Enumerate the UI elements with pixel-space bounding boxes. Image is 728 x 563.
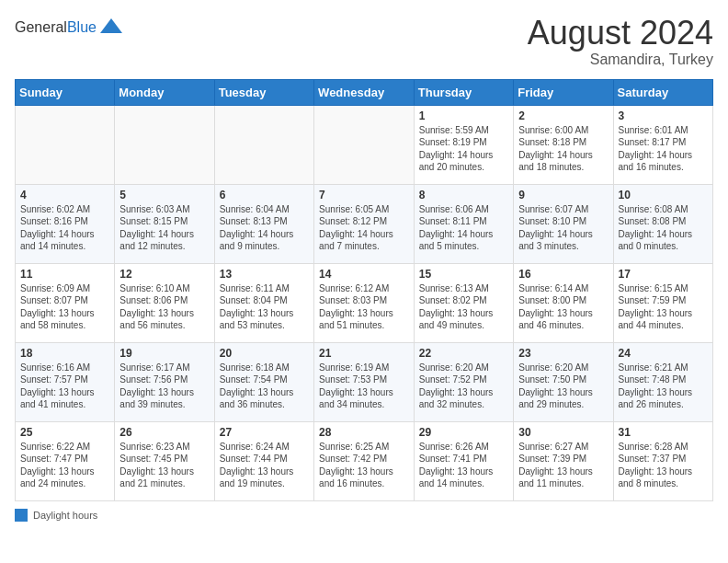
day-number: 23 [518, 347, 608, 360]
calendar-cell: 26Sunrise: 6:23 AM Sunset: 7:45 PM Dayli… [115, 421, 214, 500]
day-number: 27 [220, 426, 309, 439]
page-header: GeneralBlue August 2024 Samandira, Turke… [15, 15, 713, 68]
calendar-cell: 9Sunrise: 6:07 AM Sunset: 8:10 PM Daylig… [514, 184, 613, 263]
calendar-cell: 29Sunrise: 6:26 AM Sunset: 7:41 PM Dayli… [414, 421, 513, 500]
day-number: 29 [419, 426, 508, 439]
day-number: 22 [419, 347, 508, 360]
calendar-cell: 4Sunrise: 6:02 AM Sunset: 8:16 PM Daylig… [16, 184, 115, 263]
day-content: Sunrise: 6:13 AM Sunset: 8:02 PM Dayligh… [419, 282, 508, 332]
calendar-cell [314, 105, 415, 184]
day-number: 7 [319, 189, 409, 201]
calendar-week-row: 1Sunrise: 5:59 AM Sunset: 8:19 PM Daylig… [16, 105, 713, 184]
day-content: Sunrise: 6:10 AM Sunset: 8:06 PM Dayligh… [119, 282, 209, 332]
day-content: Sunrise: 6:25 AM Sunset: 7:42 PM Dayligh… [319, 441, 409, 490]
day-number: 1 [419, 109, 508, 122]
day-content: Sunrise: 6:27 AM Sunset: 7:39 PM Dayligh… [518, 441, 608, 490]
day-content: Sunrise: 6:12 AM Sunset: 8:03 PM Dayligh… [319, 282, 409, 332]
calendar-cell: 7Sunrise: 6:05 AM Sunset: 8:12 PM Daylig… [314, 184, 415, 263]
calendar-cell [214, 105, 313, 184]
day-number: 5 [119, 189, 209, 201]
day-number: 21 [319, 347, 409, 360]
calendar-cell: 3Sunrise: 6:01 AM Sunset: 8:17 PM Daylig… [613, 105, 713, 184]
day-content: Sunrise: 6:16 AM Sunset: 7:57 PM Dayligh… [20, 362, 109, 411]
calendar-cell: 5Sunrise: 6:03 AM Sunset: 8:15 PM Daylig… [115, 184, 214, 263]
calendar-cell: 20Sunrise: 6:18 AM Sunset: 7:54 PM Dayli… [214, 342, 313, 421]
logo-text-blue: Blue [67, 19, 97, 35]
day-content: Sunrise: 6:20 AM Sunset: 7:52 PM Dayligh… [419, 362, 508, 411]
day-content: Sunrise: 6:08 AM Sunset: 8:08 PM Dayligh… [619, 203, 709, 253]
calendar-header-monday: Monday [115, 79, 214, 105]
day-content: Sunrise: 6:04 AM Sunset: 8:13 PM Dayligh… [220, 203, 309, 253]
day-number: 26 [119, 426, 209, 439]
day-content: Sunrise: 6:20 AM Sunset: 7:50 PM Dayligh… [518, 362, 608, 411]
day-content: Sunrise: 6:17 AM Sunset: 7:56 PM Dayligh… [119, 362, 209, 411]
day-number: 3 [619, 109, 709, 122]
location-subtitle: Samandira, Turkey [528, 52, 713, 68]
day-number: 10 [619, 189, 709, 201]
day-number: 8 [419, 189, 508, 201]
month-year-title: August 2024 [528, 15, 713, 52]
day-content: Sunrise: 6:21 AM Sunset: 7:48 PM Dayligh… [619, 362, 709, 411]
calendar-cell: 16Sunrise: 6:14 AM Sunset: 8:00 PM Dayli… [514, 263, 613, 342]
calendar-cell: 1Sunrise: 5:59 AM Sunset: 8:19 PM Daylig… [414, 105, 513, 184]
calendar-cell: 28Sunrise: 6:25 AM Sunset: 7:42 PM Dayli… [314, 421, 415, 500]
day-number: 6 [220, 189, 309, 201]
day-number: 30 [518, 426, 608, 439]
day-content: Sunrise: 6:06 AM Sunset: 8:11 PM Dayligh… [419, 203, 508, 253]
day-content: Sunrise: 6:00 AM Sunset: 8:18 PM Dayligh… [518, 124, 608, 174]
calendar-table: SundayMondayTuesdayWednesdayThursdayFrid… [15, 79, 713, 501]
day-content: Sunrise: 5:59 AM Sunset: 8:19 PM Dayligh… [419, 124, 508, 174]
calendar-cell [16, 105, 115, 184]
calendar-cell: 11Sunrise: 6:09 AM Sunset: 8:07 PM Dayli… [16, 263, 115, 342]
calendar-cell: 13Sunrise: 6:11 AM Sunset: 8:04 PM Dayli… [214, 263, 313, 342]
day-number: 19 [119, 347, 209, 360]
day-content: Sunrise: 6:09 AM Sunset: 8:07 PM Dayligh… [20, 282, 109, 332]
day-content: Sunrise: 6:22 AM Sunset: 7:47 PM Dayligh… [20, 441, 109, 490]
calendar-week-row: 18Sunrise: 6:16 AM Sunset: 7:57 PM Dayli… [16, 342, 713, 421]
day-content: Sunrise: 6:01 AM Sunset: 8:17 PM Dayligh… [619, 124, 709, 174]
calendar-cell: 14Sunrise: 6:12 AM Sunset: 8:03 PM Dayli… [314, 263, 415, 342]
calendar-cell: 27Sunrise: 6:24 AM Sunset: 7:44 PM Dayli… [214, 421, 313, 500]
calendar-cell: 31Sunrise: 6:28 AM Sunset: 7:37 PM Dayli… [613, 421, 713, 500]
calendar-cell: 25Sunrise: 6:22 AM Sunset: 7:47 PM Dayli… [16, 421, 115, 500]
day-content: Sunrise: 6:11 AM Sunset: 8:04 PM Dayligh… [220, 282, 309, 332]
legend-color-box [15, 509, 28, 522]
calendar-cell: 12Sunrise: 6:10 AM Sunset: 8:06 PM Dayli… [115, 263, 214, 342]
day-content: Sunrise: 6:05 AM Sunset: 8:12 PM Dayligh… [319, 203, 409, 253]
calendar-cell: 17Sunrise: 6:15 AM Sunset: 7:59 PM Dayli… [613, 263, 713, 342]
day-number: 9 [518, 189, 608, 201]
day-content: Sunrise: 6:03 AM Sunset: 8:15 PM Dayligh… [119, 203, 209, 253]
calendar-week-row: 4Sunrise: 6:02 AM Sunset: 8:16 PM Daylig… [16, 184, 713, 263]
day-content: Sunrise: 6:18 AM Sunset: 7:54 PM Dayligh… [220, 362, 309, 411]
day-number: 11 [20, 268, 109, 281]
calendar-cell: 21Sunrise: 6:19 AM Sunset: 7:53 PM Dayli… [314, 342, 415, 421]
day-content: Sunrise: 6:19 AM Sunset: 7:53 PM Dayligh… [319, 362, 409, 411]
day-content: Sunrise: 6:15 AM Sunset: 7:59 PM Dayligh… [619, 282, 709, 332]
day-number: 31 [619, 426, 709, 439]
day-number: 2 [518, 109, 608, 122]
day-content: Sunrise: 6:14 AM Sunset: 8:00 PM Dayligh… [518, 282, 608, 332]
legend: Daylight hours [15, 509, 713, 522]
calendar-cell: 2Sunrise: 6:00 AM Sunset: 8:18 PM Daylig… [514, 105, 613, 184]
calendar-week-row: 25Sunrise: 6:22 AM Sunset: 7:47 PM Dayli… [16, 421, 713, 500]
day-number: 16 [518, 268, 608, 281]
day-content: Sunrise: 6:02 AM Sunset: 8:16 PM Dayligh… [20, 203, 109, 253]
calendar-cell: 18Sunrise: 6:16 AM Sunset: 7:57 PM Dayli… [16, 342, 115, 421]
calendar-cell [115, 105, 214, 184]
day-number: 24 [619, 347, 709, 360]
day-number: 15 [419, 268, 508, 281]
calendar-header-sunday: Sunday [16, 79, 115, 105]
calendar-header-saturday: Saturday [613, 79, 713, 105]
logo: GeneralBlue [15, 15, 124, 40]
day-content: Sunrise: 6:23 AM Sunset: 7:45 PM Dayligh… [119, 441, 209, 490]
day-number: 25 [20, 426, 109, 439]
day-number: 28 [319, 426, 409, 439]
day-number: 13 [220, 268, 309, 281]
calendar-week-row: 11Sunrise: 6:09 AM Sunset: 8:07 PM Dayli… [16, 263, 713, 342]
logo-text-general: General [15, 19, 67, 35]
day-content: Sunrise: 6:28 AM Sunset: 7:37 PM Dayligh… [619, 441, 709, 490]
svg-marker-0 [100, 18, 122, 33]
calendar-cell: 19Sunrise: 6:17 AM Sunset: 7:56 PM Dayli… [115, 342, 214, 421]
day-number: 14 [319, 268, 409, 281]
day-content: Sunrise: 6:07 AM Sunset: 8:10 PM Dayligh… [518, 203, 608, 253]
